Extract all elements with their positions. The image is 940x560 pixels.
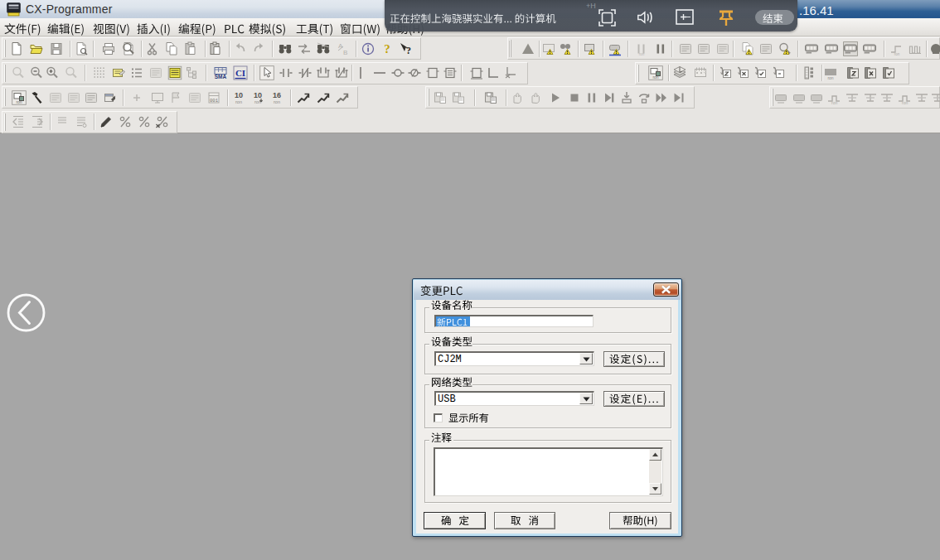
svg-text:001: 001 xyxy=(210,97,219,103)
svg-text:ron: ron xyxy=(235,99,242,104)
svg-text:ron: ron xyxy=(16,99,22,104)
svg-text:ron: ron xyxy=(831,100,837,105)
svg-text:?: ? xyxy=(406,45,411,56)
svg-text:CI: CI xyxy=(235,68,245,78)
svg-text:ron: ron xyxy=(652,75,658,80)
svg-text:10: 10 xyxy=(235,91,243,99)
svg-text:?: ? xyxy=(384,42,390,56)
svg-text:ron: ron xyxy=(902,100,908,105)
svg-text:ron: ron xyxy=(894,52,900,56)
svg-text:ron: ron xyxy=(254,99,261,104)
svg-text:SMA: SMA xyxy=(215,74,227,80)
svg-text:ron: ron xyxy=(274,99,280,104)
svg-text:B: B xyxy=(343,49,347,56)
svg-text:10: 10 xyxy=(254,91,262,99)
svg-text:ron: ron xyxy=(827,75,833,80)
svg-text:16: 16 xyxy=(273,91,281,99)
svg-text:ron: ron xyxy=(639,52,645,56)
